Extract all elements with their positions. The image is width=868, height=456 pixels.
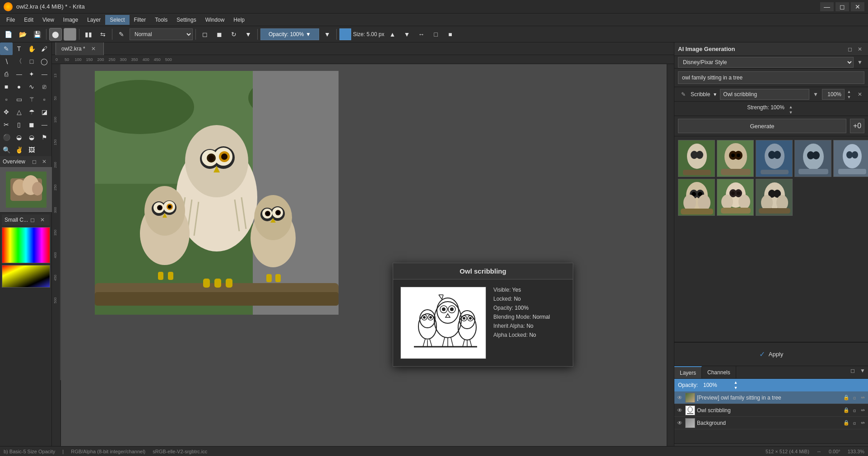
- menu-file[interactable]: File: [2, 15, 19, 25]
- ai-thumb-8[interactable]: [756, 179, 793, 216]
- ai-control-close[interactable]: ✕: [855, 90, 864, 99]
- color-swatch-button[interactable]: [64, 28, 76, 41]
- menu-layer[interactable]: Layer: [83, 15, 105, 25]
- ai-thumb-1[interactable]: [678, 140, 715, 177]
- selection-freehand-tool[interactable]: ∿: [25, 80, 38, 93]
- titlebar-controls[interactable]: — ◻ ✕: [820, 2, 864, 11]
- overview-canvas[interactable]: [0, 167, 52, 212]
- brush-icon-button[interactable]: ✎: [115, 28, 128, 41]
- freehand-brush-tool[interactable]: ✎: [0, 42, 13, 55]
- opacity-display[interactable]: Opacity: 100% ▼: [260, 28, 319, 40]
- calligraphy-tool[interactable]: 🖌: [38, 42, 51, 55]
- smart-patch-tool[interactable]: ⚫: [0, 131, 13, 144]
- menu-window[interactable]: Window: [201, 15, 229, 25]
- menu-help[interactable]: Help: [229, 15, 249, 25]
- canvas-viewport[interactable]: Owl scribbling: [61, 64, 674, 449]
- color-indicator[interactable]: [339, 28, 351, 40]
- color-gradient[interactable]: [2, 227, 50, 263]
- opacity-decrement[interactable]: ▼: [731, 385, 740, 391]
- save-button[interactable]: 💾: [31, 28, 43, 41]
- size-up[interactable]: ▲: [386, 28, 399, 41]
- fill-tool[interactable]: ◼: [25, 118, 38, 131]
- ai-control-name-input[interactable]: [720, 89, 809, 100]
- opacity-increment[interactable]: ▲: [731, 380, 740, 385]
- size-down[interactable]: ▼: [400, 28, 413, 41]
- layer-inherit-background[interactable]: ↮: [859, 419, 866, 427]
- assistant-tool[interactable]: ◒: [13, 131, 25, 144]
- layer-vis-scribble[interactable]: 👁: [676, 407, 683, 414]
- reset-dropdown[interactable]: ▼: [242, 28, 255, 41]
- layers-panel-options[interactable]: ▼: [858, 366, 867, 375]
- pan-tool[interactable]: ✌: [13, 144, 25, 156]
- ai-thumb-4[interactable]: [794, 140, 831, 177]
- ai-control-pct-down[interactable]: ▼: [845, 94, 854, 100]
- layer-inherit-preview[interactable]: ↮: [859, 394, 866, 401]
- colorpicker-tool[interactable]: 🖼: [25, 144, 38, 156]
- layer-lock-preview[interactable]: 🔒: [843, 394, 850, 401]
- text-tool[interactable]: T: [13, 42, 25, 55]
- stamp-tool[interactable]: ⸻: [38, 68, 51, 80]
- opacity-options[interactable]: ▼: [321, 28, 334, 41]
- menu-view[interactable]: View: [38, 15, 59, 25]
- layer-row-background[interactable]: 👁 Background 🔒 α ↮: [674, 417, 868, 429]
- ai-thumb-7[interactable]: [717, 179, 754, 216]
- generate-button[interactable]: Generate: [678, 119, 846, 133]
- lock-button[interactable]: ■: [444, 28, 456, 41]
- ellipse-tool[interactable]: ◯: [38, 55, 51, 68]
- canvas-tab-item[interactable]: owl2.kra * ✕: [56, 42, 104, 55]
- polyline-tool[interactable]: ⸻: [13, 68, 25, 80]
- ai-style-dropdown[interactable]: ▼: [855, 58, 864, 67]
- polygon-tool[interactable]: ⎙: [0, 68, 13, 80]
- layer-alpha-preview[interactable]: α: [851, 394, 858, 401]
- menu-select[interactable]: Select: [105, 15, 129, 25]
- ai-thumb-5[interactable]: [833, 140, 868, 177]
- minimize-button[interactable]: —: [820, 2, 834, 11]
- line-tool[interactable]: ∖: [0, 55, 13, 68]
- layer-lock-background[interactable]: 🔒: [843, 419, 850, 427]
- reference-tool[interactable]: ⚑: [38, 131, 51, 144]
- layers-opacity-input[interactable]: [703, 382, 730, 388]
- overview-float-button[interactable]: ◻: [30, 157, 39, 166]
- crop-tool[interactable]: ✂: [0, 118, 13, 131]
- mesh-tool[interactable]: ◪: [38, 106, 51, 118]
- contiguous-selection-tool[interactable]: ▫: [0, 93, 13, 106]
- similar-selection-tool[interactable]: ▭: [13, 93, 25, 106]
- strength-up[interactable]: ▲: [786, 104, 795, 110]
- ai-style-select[interactable]: Disney/Pixar Style: [678, 57, 854, 68]
- close-button[interactable]: ✕: [851, 2, 864, 11]
- new-button[interactable]: 📄: [2, 28, 14, 41]
- measure-tool[interactable]: ◒: [25, 131, 38, 144]
- tab-layers[interactable]: Layers: [674, 366, 702, 378]
- layer-row-preview[interactable]: 👁 [Preview] owl family sitting in a tree…: [674, 391, 868, 404]
- copy-layer-button[interactable]: ▮▮: [82, 28, 95, 41]
- ai-prompt-input[interactable]: [678, 71, 864, 84]
- warp-tool[interactable]: △: [13, 106, 25, 118]
- menu-image[interactable]: Image: [59, 15, 83, 25]
- rect-tool[interactable]: □: [25, 55, 38, 68]
- selection-poly-tool[interactable]: ⎚: [38, 80, 51, 93]
- ai-plus-button[interactable]: +0: [850, 119, 864, 133]
- selection-paint-tool[interactable]: ▫: [38, 93, 51, 106]
- layer-vis-background[interactable]: 👁: [676, 419, 683, 427]
- layers-panel-float[interactable]: ◻: [848, 366, 857, 375]
- gradient-tool[interactable]: ▯: [13, 118, 25, 131]
- reset-button[interactable]: ↻: [227, 28, 240, 41]
- zoom-tool[interactable]: 🔍: [0, 144, 13, 156]
- maximize-button[interactable]: ◻: [836, 2, 849, 11]
- layer-inherit-scribble[interactable]: ↮: [859, 407, 866, 414]
- layer-alpha-scribble[interactable]: α: [851, 407, 858, 414]
- ai-panel-float[interactable]: ◻: [845, 45, 854, 54]
- canvas-tab-close[interactable]: ✕: [89, 44, 98, 53]
- menu-edit[interactable]: Edit: [19, 15, 38, 25]
- transform-tool[interactable]: ✥: [0, 106, 13, 118]
- fill-button[interactable]: ◻: [199, 28, 211, 41]
- layer-vis-preview[interactable]: 👁: [676, 394, 683, 401]
- strength-down[interactable]: ▼: [786, 110, 795, 115]
- blend-mode-select[interactable]: Normal: [130, 28, 193, 40]
- apply-button[interactable]: ✓ Apply: [678, 346, 864, 362]
- layer-lock-scribble[interactable]: 🔒: [843, 407, 850, 414]
- ai-control-name-dropdown[interactable]: ▼: [811, 90, 820, 99]
- fill-bg-button[interactable]: ◼: [213, 28, 226, 41]
- transform-button[interactable]: □: [429, 28, 442, 41]
- menu-settings[interactable]: Settings: [172, 15, 200, 25]
